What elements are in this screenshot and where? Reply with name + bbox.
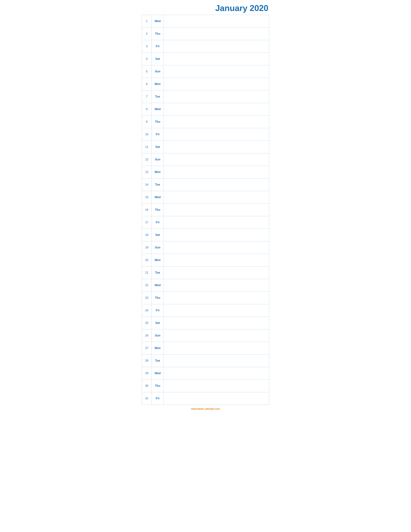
day-number: 4 [142, 53, 152, 65]
calendar-row: 5Sun [142, 65, 269, 78]
day-content[interactable] [164, 65, 269, 78]
day-number: 5 [142, 65, 152, 78]
day-content[interactable] [164, 78, 269, 90]
day-content[interactable] [164, 103, 269, 116]
day-name: Tue [152, 266, 164, 279]
day-number: 2 [142, 28, 152, 40]
day-content[interactable] [164, 392, 269, 405]
day-content[interactable] [164, 354, 269, 367]
day-name: Thu [152, 28, 164, 40]
calendar-row: 28Tue [142, 354, 269, 367]
day-content[interactable] [164, 179, 269, 191]
day-content[interactable] [164, 40, 269, 53]
day-number: 11 [142, 141, 152, 153]
day-name: Thu [152, 380, 164, 392]
day-name: Tue [152, 179, 164, 191]
day-content[interactable] [164, 229, 269, 241]
day-name: Fri [152, 216, 164, 229]
day-name: Wed [152, 367, 164, 380]
day-content[interactable] [164, 204, 269, 216]
day-content[interactable] [164, 367, 269, 380]
day-content[interactable] [164, 116, 269, 128]
day-number: 20 [142, 254, 152, 266]
day-number: 7 [142, 90, 152, 103]
calendar-row: 20Mon [142, 254, 269, 266]
day-content[interactable] [164, 317, 269, 329]
day-content[interactable] [164, 292, 269, 304]
day-content[interactable] [164, 128, 269, 141]
day-content[interactable] [164, 28, 269, 40]
day-name: Sun [152, 329, 164, 342]
day-name: Mon [152, 78, 164, 90]
calendar-row: 14Tue [142, 179, 269, 191]
day-content[interactable] [164, 166, 269, 179]
day-number: 26 [142, 329, 152, 342]
day-number: 18 [142, 229, 152, 241]
day-content[interactable] [164, 241, 269, 254]
day-name: Tue [152, 90, 164, 103]
day-content[interactable] [164, 90, 269, 103]
day-content[interactable] [164, 254, 269, 266]
day-number: 28 [142, 354, 152, 367]
calendar-row: 1Wed [142, 15, 269, 28]
calendar-row: 24Fri [142, 304, 269, 317]
day-name: Thu [152, 116, 164, 128]
calendar-row: 13Mon [142, 166, 269, 179]
calendar-row: 29Wed [142, 367, 269, 380]
day-number: 22 [142, 279, 152, 292]
day-number: 13 [142, 166, 152, 179]
calendar-row: 26Sun [142, 329, 269, 342]
day-name: Thu [152, 292, 164, 304]
calendar-row: 21Tue [142, 266, 269, 279]
day-name: Sat [152, 53, 164, 65]
calendar-row: 22Wed [142, 279, 269, 292]
day-name: Sat [152, 229, 164, 241]
calendar-row: 19Sun [142, 241, 269, 254]
day-content[interactable] [164, 191, 269, 204]
day-content[interactable] [164, 53, 269, 65]
day-number: 1 [142, 15, 152, 28]
day-name: Wed [152, 279, 164, 292]
calendar-row: 23Thu [142, 292, 269, 304]
day-content[interactable] [164, 216, 269, 229]
day-content[interactable] [164, 342, 269, 354]
day-name: Sat [152, 141, 164, 153]
day-number: 14 [142, 179, 152, 191]
day-name: Tue [152, 354, 164, 367]
day-content[interactable] [164, 304, 269, 317]
day-number: 3 [142, 40, 152, 53]
day-number: 17 [142, 216, 152, 229]
calendar-row: 31Fri [142, 392, 269, 405]
day-name: Fri [152, 128, 164, 141]
day-number: 9 [142, 116, 152, 128]
day-name: Wed [152, 15, 164, 28]
day-number: 12 [142, 153, 152, 166]
day-name: Fri [152, 392, 164, 405]
calendar-row: 10Fri [142, 128, 269, 141]
calendar-row: 12Sun [142, 153, 269, 166]
day-content[interactable] [164, 15, 269, 28]
day-number: 23 [142, 292, 152, 304]
day-content[interactable] [164, 329, 269, 342]
calendar-table: 1Wed2Thu3Fri4Sat5Sun6Mon7Tue8Wed9Thu10Fr… [142, 15, 269, 405]
calendar-row: 30Thu [142, 380, 269, 392]
day-number: 19 [142, 241, 152, 254]
calendar-row: 18Sat [142, 229, 269, 241]
day-number: 16 [142, 204, 152, 216]
calendar-row: 17Fri [142, 216, 269, 229]
calendar-row: 3Fri [142, 40, 269, 53]
day-content[interactable] [164, 279, 269, 292]
day-content[interactable] [164, 141, 269, 153]
calendar-row: 4Sat [142, 53, 269, 65]
day-content[interactable] [164, 153, 269, 166]
day-content[interactable] [164, 380, 269, 392]
day-content[interactable] [164, 266, 269, 279]
calendar-row: 6Mon [142, 78, 269, 90]
footer-url: www.blank-calendar.com [142, 407, 269, 410]
day-name: Mon [152, 166, 164, 179]
calendar-row: 27Mon [142, 342, 269, 354]
calendar-row: 15Wed [142, 191, 269, 204]
day-number: 30 [142, 380, 152, 392]
day-name: Sun [152, 153, 164, 166]
day-number: 31 [142, 392, 152, 405]
